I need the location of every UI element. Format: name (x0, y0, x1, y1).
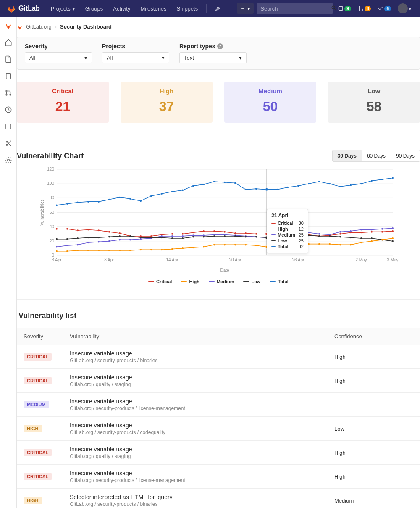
new-menu[interactable]: ＋▾ (237, 3, 254, 14)
svg-point-141 (66, 238, 68, 240)
vulnerability-chart[interactable]: 020406080100120Vulnerabilities3 Apr8 Apr… (17, 165, 420, 274)
svg-point-101 (360, 232, 362, 233)
svg-point-87 (213, 230, 215, 232)
plus-icon: ＋ (240, 5, 246, 12)
tab-60days[interactable]: 60 Days (362, 150, 391, 161)
nav-groups[interactable]: Groups (81, 5, 108, 12)
svg-point-3 (359, 9, 360, 10)
wrench-icon[interactable] (211, 5, 225, 11)
legend-item[interactable]: Critical (148, 279, 172, 284)
severity-badge: HIGH (24, 497, 42, 504)
table-row[interactable]: CRITICAL Insecure variable usageGitlab.o… (17, 465, 420, 489)
confidence-cell: High (328, 369, 420, 393)
svg-point-60 (287, 187, 289, 188)
svg-point-108 (77, 244, 79, 245)
svg-point-137 (381, 228, 383, 230)
svg-point-146 (119, 235, 121, 237)
legend-item[interactable]: Medium (209, 279, 234, 284)
nav-projects[interactable]: Projects▾ (47, 5, 79, 12)
file-icon[interactable] (5, 55, 12, 63)
breadcrumb-org[interactable]: GitLab.org (26, 24, 52, 30)
user-menu[interactable]: ▾ (396, 3, 413, 14)
svg-point-91 (255, 233, 257, 235)
svg-point-131 (318, 233, 320, 235)
nav-milestones[interactable]: Milestones (136, 5, 171, 12)
nav-snippets[interactable]: Snippets (173, 5, 202, 12)
svg-point-112 (119, 239, 121, 240)
legend-item[interactable]: Total (270, 279, 288, 284)
chart-tooltip: 21 April Critical30High12Medium25Low25To… (267, 209, 308, 253)
merge-icon[interactable] (5, 89, 12, 97)
package-icon[interactable] (5, 123, 12, 130)
svg-text:0: 0 (52, 253, 54, 258)
col-confidence[interactable]: Confidence (328, 328, 420, 345)
tablet-icon[interactable] (5, 72, 12, 80)
svg-point-43 (108, 199, 110, 200)
tab-30days[interactable]: 30 Days (333, 150, 362, 161)
svg-point-100 (350, 232, 352, 233)
table-row[interactable]: CRITICAL Insecure variable usageGitlab.o… (17, 441, 420, 465)
breadcrumb-page: Security Dashboard (60, 24, 112, 30)
filter-projects-select[interactable]: All▾ (102, 52, 169, 63)
svg-point-138 (392, 227, 394, 229)
search-box[interactable] (257, 3, 333, 14)
svg-point-116 (161, 235, 163, 237)
severity-badge: MEDIUM (24, 401, 49, 408)
svg-point-204 (371, 240, 373, 242)
svg-point-102 (371, 231, 373, 233)
todos-badge[interactable]: 6 (376, 5, 393, 12)
svg-point-56 (245, 189, 247, 190)
filter-severity-select[interactable]: All▾ (25, 52, 92, 63)
svg-point-103 (381, 231, 383, 233)
svg-point-155 (213, 235, 215, 237)
card-low[interactable]: Low58 (328, 82, 420, 123)
svg-point-152 (182, 237, 184, 239)
gitlab-logo[interactable]: GitLab (7, 4, 40, 13)
vuln-path: GitLab.org / security-products / binarie… (70, 501, 321, 507)
svg-rect-1 (339, 6, 343, 10)
table-row[interactable]: CRITICAL Insecure variable usageGitlab.o… (17, 369, 420, 393)
table-row[interactable]: HIGH Selector interpreted as HTML for jq… (17, 489, 420, 508)
svg-point-135 (360, 229, 362, 231)
confidence-cell: High (328, 441, 420, 465)
svg-point-144 (98, 237, 100, 238)
card-medium[interactable]: Medium50 (224, 82, 316, 123)
search-input[interactable] (260, 5, 331, 12)
svg-point-202 (350, 244, 352, 245)
card-critical[interactable]: Critical21 (17, 82, 109, 123)
tab-90days[interactable]: 90 Days (391, 150, 420, 161)
svg-point-187 (192, 247, 194, 248)
clock-icon[interactable] (5, 106, 12, 113)
svg-point-12 (6, 144, 7, 145)
svg-point-54 (224, 182, 226, 183)
svg-point-157 (234, 235, 236, 237)
legend-item[interactable]: High (181, 279, 199, 284)
issues-badge[interactable]: 9 (336, 5, 353, 12)
filter-report-select[interactable]: Text▾ (179, 52, 247, 63)
help-icon[interactable]: ? (217, 43, 223, 49)
vuln-list-title: Vulnerability list (17, 311, 420, 320)
svg-point-200 (329, 243, 331, 245)
legend-item[interactable]: Low (243, 279, 260, 284)
sidebar-gitlab-icon[interactable] (5, 22, 12, 29)
svg-point-114 (140, 238, 142, 240)
nav-activity[interactable]: Activity (109, 5, 134, 12)
card-high[interactable]: High37 (121, 82, 213, 123)
svg-point-82 (161, 234, 163, 235)
vuln-path: GitLab.org / security-products / binarie… (70, 358, 321, 363)
scissors-icon[interactable] (5, 140, 12, 147)
table-row[interactable]: MEDIUM Insecure variable usageGitlab.org… (17, 393, 420, 417)
svg-text:2 May: 2 May (355, 258, 367, 262)
table-row[interactable]: CRITICAL Insecure variable usageGitLab.o… (17, 345, 420, 369)
mr-badge[interactable]: 3 (356, 5, 373, 12)
severity-badge: CRITICAL (24, 353, 52, 361)
svg-text:Date: Date (220, 268, 229, 273)
svg-point-176 (77, 250, 79, 251)
col-vuln[interactable]: Vulnerability (63, 328, 328, 345)
gear-icon[interactable] (5, 156, 12, 164)
col-severity[interactable]: Severity (17, 328, 63, 345)
svg-point-40 (77, 202, 79, 203)
home-icon[interactable] (5, 39, 12, 46)
table-row[interactable]: HIGH Insecure variable usageGitLab.org /… (17, 417, 420, 441)
svg-point-172 (392, 240, 394, 242)
